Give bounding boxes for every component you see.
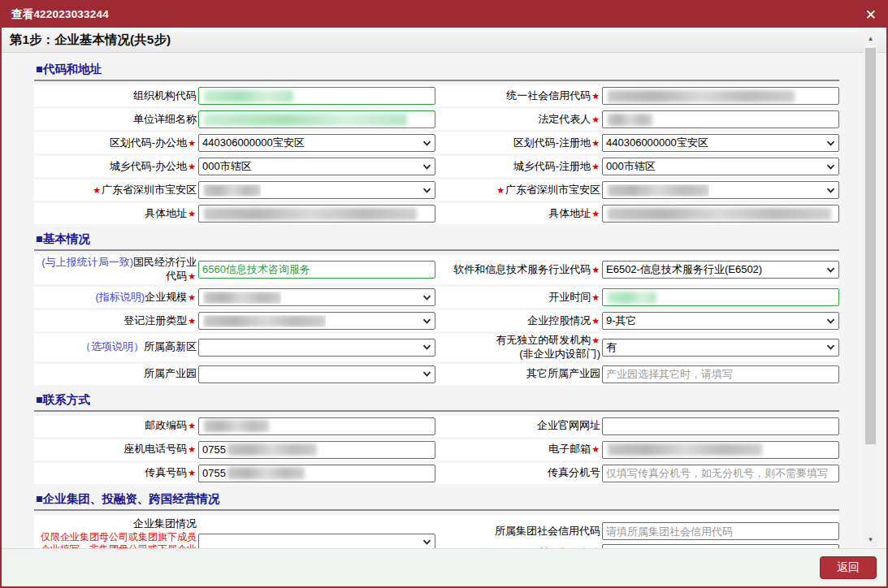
landline-phone-label: 座机电话号码★ bbox=[34, 443, 197, 456]
address-office-control bbox=[198, 205, 435, 223]
required-star-icon: ★ bbox=[187, 292, 197, 302]
opening-date-label: 开业时间★ bbox=[435, 291, 600, 305]
urban-code-office-value-text: 000市辖区 bbox=[202, 159, 252, 174]
close-icon[interactable]: ✕ bbox=[865, 8, 877, 22]
district-code-reg-value: 440306000000宝安区 bbox=[606, 136, 708, 150]
district-code-office-select[interactable]: 440306000000宝安区 bbox=[198, 134, 435, 152]
rd-institution-select[interactable]: 有 bbox=[602, 339, 839, 357]
other-park-control bbox=[602, 365, 839, 383]
legal-rep-label: 法定代表人★ bbox=[435, 113, 600, 127]
unit-name-label-text: 单位详细名称 bbox=[133, 113, 197, 125]
street-reg-select[interactable] bbox=[602, 181, 839, 199]
group-name-control bbox=[602, 544, 839, 548]
required-star-icon: ★ bbox=[591, 138, 600, 148]
scrollbar-thumb[interactable] bbox=[865, 48, 876, 444]
rd-institution-label: 有无独立的研发机构★(非企业内设部门) bbox=[435, 334, 600, 361]
chevron-down-icon bbox=[422, 295, 431, 300]
back-button[interactable]: 返回 bbox=[820, 556, 877, 579]
other-park-input[interactable] bbox=[602, 365, 839, 383]
unit-name-label: 单位详细名称 bbox=[34, 113, 197, 127]
urban-code-office-select[interactable]: 000市辖区 bbox=[198, 158, 435, 175]
group-credit-code-input[interactable] bbox=[602, 522, 839, 540]
required-star-icon: ★ bbox=[187, 316, 197, 326]
industrial-park-select[interactable] bbox=[198, 365, 435, 383]
required-star-icon: ★ bbox=[187, 209, 197, 218]
enterprise-scale-help-link[interactable]: (指标说明) bbox=[95, 291, 145, 303]
required-star-icon: ★ bbox=[591, 162, 600, 171]
address-office-input[interactable] bbox=[198, 205, 435, 223]
hightech-zone-label: （选项说明）所属高新区 bbox=[34, 340, 197, 354]
vertical-scrollbar[interactable]: ▲ ▼ bbox=[864, 31, 877, 547]
landline-phone-control: 0755 bbox=[198, 441, 435, 459]
redacted-value bbox=[204, 208, 417, 220]
scroll-up-icon[interactable]: ▲ bbox=[864, 32, 877, 45]
group-status-select[interactable] bbox=[198, 534, 435, 548]
required-star-icon: ★ bbox=[187, 162, 197, 171]
other-park-label-text: 其它所属产业园 bbox=[526, 367, 600, 379]
redacted-value bbox=[608, 443, 762, 456]
org-code-input[interactable] bbox=[198, 87, 435, 105]
chevron-down-icon bbox=[826, 318, 835, 324]
required-star-icon: ★ bbox=[591, 316, 600, 326]
enterprise-scale-select[interactable] bbox=[198, 288, 435, 306]
legal-rep-control bbox=[602, 110, 839, 128]
address-reg-label-text: 具体地址 bbox=[548, 207, 591, 219]
fax-ext-control bbox=[602, 465, 839, 482]
street-office-select[interactable] bbox=[198, 181, 435, 199]
email-label-text: 电子邮箱 bbox=[548, 443, 591, 455]
email-input[interactable] bbox=[602, 441, 839, 459]
section-title: ■基本情况 bbox=[34, 231, 839, 251]
hightech-zone-select[interactable] bbox=[198, 339, 435, 357]
group-name-input[interactable] bbox=[602, 544, 839, 548]
redacted-value bbox=[608, 184, 709, 197]
opening-date-input[interactable] bbox=[602, 288, 839, 306]
fax-ext-input[interactable] bbox=[602, 465, 839, 482]
national-industry-code-control: 6560信息技术咨询服务 bbox=[198, 261, 435, 279]
legal-rep-input[interactable] bbox=[602, 110, 839, 128]
district-code-reg-control: 440306000000宝安区 bbox=[602, 134, 839, 152]
group-credit-code-control bbox=[602, 522, 839, 540]
district-code-reg-select[interactable]: 440306000000宝安区 bbox=[602, 134, 839, 152]
fax-number-input[interactable]: 0755 bbox=[198, 465, 435, 482]
urban-code-office-label-text: 城乡代码-办公地 bbox=[110, 160, 187, 172]
landline-phone-input[interactable]: 0755 bbox=[198, 441, 435, 459]
chevron-down-icon bbox=[422, 371, 431, 377]
national-industry-code-help-link[interactable]: (与上报统计局一致) bbox=[41, 256, 133, 268]
modal-title: 查看422023033244 bbox=[11, 7, 109, 22]
unit-name-control bbox=[198, 110, 435, 128]
urban-code-reg-select[interactable]: 000市辖区 bbox=[602, 158, 839, 175]
form-row: 具体地址★具体地址★ bbox=[34, 203, 839, 224]
form-row: 区划代码-办公地★440306000000宝安区区划代码-注册地★4403060… bbox=[34, 132, 839, 153]
software-industry-code-select[interactable]: E6502-信息技术服务行业(E6502) bbox=[602, 261, 839, 279]
urban-code-reg-label-text: 城乡代码-注册地 bbox=[513, 160, 591, 172]
holding-status-label-text: 企业控股情况 bbox=[527, 314, 591, 326]
org-code-label-text: 组织机构代码 bbox=[133, 89, 197, 102]
district-code-office-value-text: 440306000000宝安区 bbox=[202, 136, 305, 150]
group-credit-code-label-text: 所属集团社会信用代码 bbox=[495, 525, 600, 537]
enterprise-scale-value bbox=[202, 292, 281, 304]
credit-code-input[interactable] bbox=[602, 87, 839, 105]
street-reg-value bbox=[606, 184, 709, 197]
opening-date-label-text: 开业时间 bbox=[548, 291, 591, 303]
national-industry-code-input[interactable]: 6560信息技术咨询服务 bbox=[198, 261, 435, 279]
form-row: ★广东省深圳市宝安区★广东省深圳市宝安区 bbox=[34, 179, 839, 201]
redacted-value bbox=[204, 90, 293, 102]
fax-ext-label-text: 传真分机号 bbox=[548, 466, 600, 478]
software-industry-code-label-text: 软件和信息技术服务行业代码 bbox=[453, 263, 591, 275]
holding-status-select[interactable]: 9-其它 bbox=[602, 312, 839, 330]
registration-type-select[interactable] bbox=[198, 312, 435, 330]
unit-name-input[interactable] bbox=[198, 110, 435, 128]
address-reg-input[interactable] bbox=[602, 205, 839, 223]
view-record-modal: 查看422023033244 ✕ 第1步：企业基本情况(共5步) ■代码和地址组… bbox=[0, 0, 888, 588]
chevron-down-icon bbox=[422, 344, 431, 350]
website-input[interactable] bbox=[602, 417, 839, 435]
postal-code-input[interactable] bbox=[198, 417, 435, 435]
hightech-zone-help-link[interactable]: （选项说明） bbox=[80, 340, 144, 352]
street-office-label-text: 广东省深圳市宝安区 bbox=[102, 184, 197, 196]
landline-phone-label-text: 座机电话号码 bbox=[123, 443, 187, 455]
required-star-icon: ★ bbox=[187, 444, 197, 454]
chevron-down-icon bbox=[422, 164, 431, 170]
scroll-down-icon[interactable]: ▼ bbox=[864, 534, 877, 546]
software-industry-code-value-text: E6502-信息技术服务行业(E6502) bbox=[606, 262, 762, 277]
urban-code-office-control: 000市辖区 bbox=[198, 158, 435, 175]
